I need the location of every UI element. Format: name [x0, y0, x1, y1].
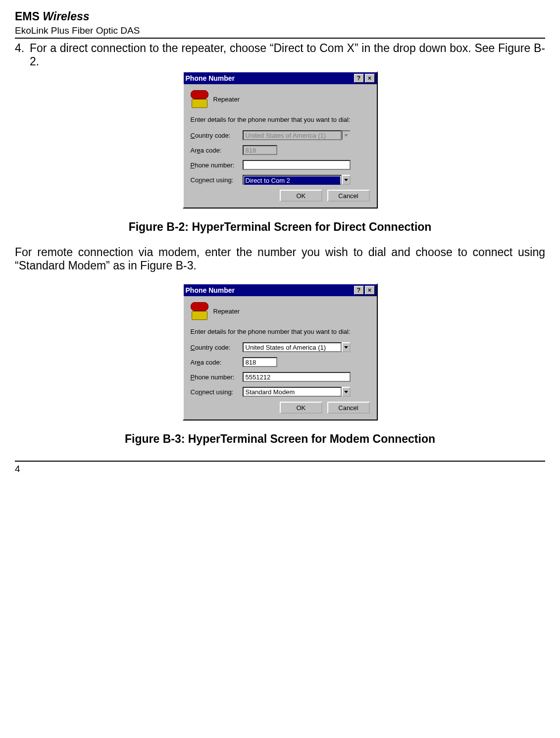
phone-number-label: Phone number:	[191, 373, 243, 381]
doc-header: EMS Wireless EkoLink Plus Fiber Optic DA…	[15, 10, 545, 37]
chevron-down-icon[interactable]	[342, 175, 351, 185]
phone-icon	[191, 302, 208, 320]
help-icon[interactable]: ?	[354, 286, 364, 295]
footer-rule	[15, 461, 545, 462]
phone-icon	[191, 90, 208, 108]
phone-number-dialog: Phone Number ? × Repeater Enter details …	[183, 71, 378, 209]
area-code-input[interactable]	[243, 357, 277, 367]
step-4: 4. For a direct connection to the repeat…	[15, 42, 545, 68]
figure-b3-caption: Figure B-3: HyperTerminal Screen for Mod…	[15, 432, 545, 446]
dialog-title: Phone Number	[186, 74, 353, 82]
cancel-button[interactable]: Cancel	[327, 190, 370, 202]
area-code-input	[243, 145, 277, 155]
chevron-down-icon	[342, 130, 351, 140]
modem-paragraph: For remote connection via modem, enter t…	[15, 246, 545, 272]
ok-button[interactable]: OK	[280, 190, 322, 202]
connection-name: Repeater	[213, 308, 240, 315]
header-rule	[15, 38, 545, 39]
phone-number-label: Phone number:	[191, 161, 243, 169]
connect-using-label: Connect using:	[191, 388, 243, 396]
brand: EMS Wireless	[15, 10, 90, 23]
chevron-down-icon[interactable]	[342, 342, 351, 352]
area-code-label: Area code:	[191, 359, 243, 366]
help-icon[interactable]: ?	[354, 74, 364, 83]
country-code-select[interactable]	[243, 342, 342, 352]
connection-name: Repeater	[213, 96, 240, 103]
figure-b2-caption: Figure B-2: HyperTerminal Screen for Dir…	[15, 220, 545, 234]
dialog-prompt: Enter details for the phone number that …	[191, 116, 370, 123]
cancel-button[interactable]: Cancel	[327, 402, 370, 414]
phone-number-input[interactable]	[243, 372, 351, 382]
ok-button[interactable]: OK	[280, 402, 322, 414]
step-number: 4.	[15, 42, 30, 68]
country-code-select	[243, 130, 342, 140]
chevron-down-icon[interactable]	[342, 387, 351, 397]
country-code-label: Country code:	[191, 132, 243, 139]
country-code-label: Country code:	[191, 344, 243, 351]
figure-b2: Phone Number ? × Repeater Enter details …	[15, 71, 545, 234]
phone-number-input[interactable]	[243, 160, 351, 170]
product-name: EkoLink Plus Fiber Optic DAS	[15, 25, 140, 36]
connect-using-select[interactable]: Direct to Com 2	[243, 175, 342, 185]
page-number: 4	[15, 464, 545, 474]
close-icon[interactable]: ×	[365, 286, 375, 295]
titlebar: Phone Number ? ×	[184, 284, 377, 296]
connect-using-label: Connect using:	[191, 176, 243, 184]
area-code-label: Area code:	[191, 147, 243, 154]
close-icon[interactable]: ×	[365, 74, 375, 83]
dialog-title: Phone Number	[186, 286, 353, 294]
phone-number-dialog: Phone Number ? × Repeater Enter details …	[183, 283, 378, 421]
dialog-prompt: Enter details for the phone number that …	[191, 328, 370, 335]
figure-b3: Phone Number ? × Repeater Enter details …	[15, 283, 545, 446]
connect-using-select[interactable]	[243, 387, 342, 397]
step-text: For a direct connection to the repeater,…	[30, 42, 545, 68]
titlebar: Phone Number ? ×	[184, 72, 377, 84]
